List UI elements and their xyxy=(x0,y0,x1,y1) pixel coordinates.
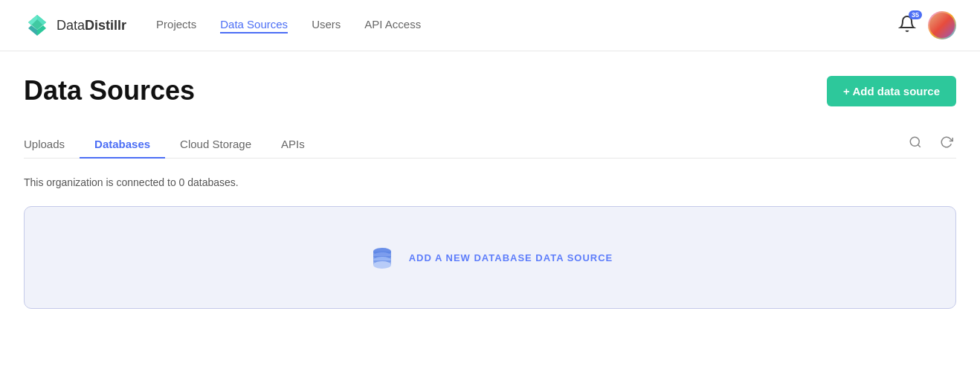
logo[interactable]: DataDistillr xyxy=(24,12,126,39)
add-card-label: ADD A NEW DATABASE DATA SOURCE xyxy=(409,252,613,263)
page-title: Data Sources xyxy=(24,75,195,106)
navbar: DataDistillr Projects Data Sources Users… xyxy=(0,0,980,51)
database-icon xyxy=(367,243,397,272)
avatar-image xyxy=(929,13,955,38)
tab-content: This organization is connected to 0 data… xyxy=(24,176,956,309)
tab-uploads[interactable]: Uploads xyxy=(24,130,80,158)
logo-text: DataDistillr xyxy=(57,18,126,33)
nav-link-data-sources[interactable]: Data Sources xyxy=(220,18,288,33)
nav-links: Projects Data Sources Users API Access xyxy=(156,18,898,33)
refresh-button[interactable] xyxy=(937,132,956,156)
notifications-bell[interactable]: 35 xyxy=(898,15,916,36)
nav-link-projects[interactable]: Projects xyxy=(156,18,196,33)
tab-cloud-storage[interactable]: Cloud Storage xyxy=(165,130,266,158)
page-header: Data Sources + Add data source xyxy=(24,75,956,106)
search-button[interactable] xyxy=(906,132,925,156)
empty-state-text: This organization is connected to 0 data… xyxy=(24,176,956,188)
nav-link-users[interactable]: Users xyxy=(312,18,341,33)
add-data-source-button[interactable]: + Add data source xyxy=(827,76,956,106)
search-icon xyxy=(909,135,922,149)
tabs-right xyxy=(906,132,956,156)
nav-right: 35 xyxy=(898,11,956,39)
notification-badge: 35 xyxy=(909,10,922,19)
svg-line-2 xyxy=(918,144,920,147)
main-content: Data Sources + Add data source Uploads D… xyxy=(0,51,980,309)
tabs-row: Uploads Databases Cloud Storage APIs xyxy=(24,130,956,159)
nav-link-api-access[interactable]: API Access xyxy=(364,18,421,33)
add-database-card[interactable]: ADD A NEW DATABASE DATA SOURCE xyxy=(24,206,956,309)
logo-icon xyxy=(24,12,51,39)
tab-apis[interactable]: APIs xyxy=(266,130,320,158)
user-avatar[interactable] xyxy=(928,11,956,39)
refresh-icon xyxy=(940,135,953,149)
tab-databases[interactable]: Databases xyxy=(80,130,165,158)
tabs-left: Uploads Databases Cloud Storage APIs xyxy=(24,130,906,158)
svg-point-1 xyxy=(910,137,919,146)
svg-point-9 xyxy=(373,261,391,269)
